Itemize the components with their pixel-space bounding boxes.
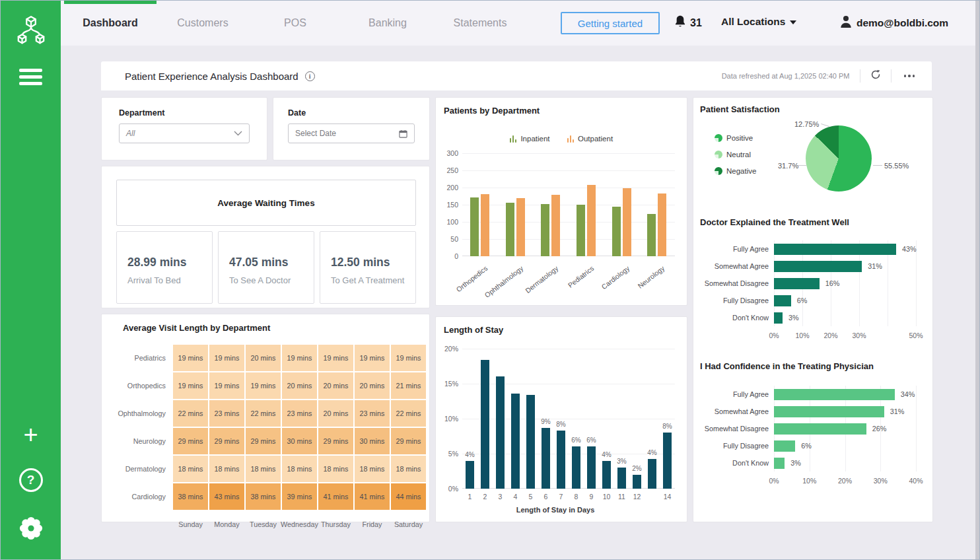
heatmap-cell[interactable]: 18 mins	[173, 456, 208, 482]
heatmap-cell[interactable]: 20 mins	[318, 372, 353, 399]
heatmap-cell[interactable]: 22 mins	[246, 400, 281, 427]
heatmap-cell[interactable]: 44 mins	[391, 483, 426, 510]
column-outpatient[interactable]	[587, 185, 596, 256]
column-outpatient[interactable]	[551, 195, 560, 256]
hbar-don-t-know[interactable]	[774, 458, 785, 469]
hbar-fully-disagree[interactable]	[774, 440, 795, 452]
heatmap-cell[interactable]: 19 mins	[391, 345, 426, 371]
heatmap-cell[interactable]: 20 mins	[282, 372, 317, 399]
column-inpatient[interactable]	[577, 205, 585, 256]
column-inpatient[interactable]	[541, 204, 549, 256]
column-outpatient[interactable]	[516, 198, 525, 256]
satisfaction-pie[interactable]	[806, 125, 872, 192]
column-outpatient[interactable]	[481, 194, 489, 256]
hbar-fully-disagree[interactable]	[774, 295, 791, 306]
hbar-somewhat-disagree[interactable]	[774, 278, 820, 289]
hbar-fully-agree[interactable]	[774, 389, 895, 400]
notifications[interactable]: 31	[674, 15, 702, 32]
heatmap-cell[interactable]: 19 mins	[318, 345, 353, 371]
heatmap-cell[interactable]: 39 mins	[282, 483, 317, 510]
heatmap-cell[interactable]: 20 mins	[355, 372, 390, 399]
heatmap-cell[interactable]: 29 mins	[318, 428, 353, 454]
heatmap-cell[interactable]: 43 mins	[209, 483, 244, 510]
heatmap-cell[interactable]: 22 mins	[391, 400, 426, 427]
hbar-somewhat-agree[interactable]	[774, 406, 884, 417]
heatmap-cell[interactable]: 38 mins	[173, 483, 208, 510]
info-icon[interactable]: i	[305, 71, 315, 81]
column-outpatient[interactable]	[623, 188, 631, 256]
stay-bar[interactable]	[617, 468, 626, 489]
legend-negative[interactable]: Negative	[715, 167, 756, 175]
heatmap-cell[interactable]: 38 mins	[246, 483, 281, 510]
legend-inpatient[interactable]: Inpatient	[510, 135, 550, 143]
heatmap-cell[interactable]: 23 mins	[282, 400, 317, 427]
stay-bar[interactable]	[663, 433, 672, 489]
heatmap-cell[interactable]: 29 mins	[209, 428, 244, 454]
legend-neutral[interactable]: Neutral	[715, 151, 756, 158]
stay-bar[interactable]	[572, 446, 580, 489]
location-selector[interactable]: All Locations	[721, 16, 796, 28]
heatmap-cell[interactable]: 21 mins	[391, 372, 426, 399]
department-dropdown[interactable]: All	[119, 123, 250, 143]
tab-banking[interactable]: Banking	[341, 1, 434, 46]
stay-bar[interactable]	[633, 475, 641, 489]
heatmap-cell[interactable]: 30 mins	[282, 428, 317, 454]
heatmap-cell[interactable]: 19 mins	[173, 372, 208, 399]
date-input[interactable]: Select Date	[288, 123, 415, 143]
getting-started-button[interactable]: Getting started	[561, 12, 660, 34]
heatmap-cell[interactable]: 20 mins	[246, 345, 281, 371]
heatmap-cell[interactable]: 19 mins	[246, 372, 281, 399]
heatmap-cell[interactable]: 23 mins	[209, 400, 244, 427]
stay-bar[interactable]	[466, 461, 474, 489]
settings-gear-icon[interactable]	[18, 516, 44, 543]
heatmap-cell[interactable]: 19 mins	[282, 345, 317, 371]
heatmap-cell[interactable]: 29 mins	[391, 428, 426, 454]
tab-customers[interactable]: Customers	[157, 1, 249, 46]
column-inpatient[interactable]	[647, 214, 656, 256]
heatmap-cell[interactable]: 20 mins	[318, 400, 353, 427]
stay-bar[interactable]	[587, 446, 596, 489]
column-inpatient[interactable]	[612, 207, 621, 256]
heatmap-cell[interactable]: 41 mins	[318, 483, 353, 510]
column-inpatient[interactable]	[470, 197, 479, 256]
heatmap-cell[interactable]: 23 mins	[355, 400, 390, 427]
stay-bar[interactable]	[557, 431, 565, 489]
help-icon[interactable]: ?	[19, 468, 43, 492]
legend-outpatient[interactable]: Outpatient	[567, 135, 613, 143]
heatmap-cell[interactable]: 19 mins	[173, 345, 208, 371]
heatmap-cell[interactable]: 19 mins	[209, 372, 244, 399]
heatmap-cell[interactable]: 41 mins	[355, 483, 390, 510]
hbar-don-t-know[interactable]	[774, 312, 783, 324]
column-outpatient[interactable]	[658, 193, 666, 256]
heatmap-cell[interactable]: 19 mins	[209, 345, 244, 371]
heatmap-cell[interactable]: 30 mins	[355, 428, 390, 454]
stay-bar[interactable]	[602, 461, 611, 489]
hbar-somewhat-disagree[interactable]	[774, 423, 866, 435]
heatmap-cell[interactable]: 18 mins	[209, 456, 244, 482]
stay-bar[interactable]	[542, 428, 550, 489]
tab-dashboard[interactable]: Dashboard	[64, 1, 157, 46]
hbar-fully-agree[interactable]	[774, 244, 896, 255]
legend-positive[interactable]: Positive	[715, 134, 756, 142]
stay-bar[interactable]	[648, 459, 656, 489]
heatmap-cell[interactable]: 29 mins	[173, 428, 208, 454]
stay-bar[interactable]	[481, 360, 489, 489]
stay-bar[interactable]	[496, 376, 505, 489]
heatmap-cell[interactable]: 18 mins	[391, 456, 426, 482]
tab-statements[interactable]: Statements	[434, 1, 526, 46]
heatmap-cell[interactable]: 29 mins	[246, 428, 281, 454]
stay-bar[interactable]	[511, 394, 520, 489]
refresh-icon[interactable]	[870, 69, 881, 83]
heatmap-cell[interactable]: 18 mins	[318, 456, 353, 482]
more-options-icon[interactable]	[901, 72, 918, 80]
user-account[interactable]: demo@boldbi.com	[840, 15, 948, 31]
boldbi-logo-icon[interactable]	[15, 14, 48, 50]
hbar-somewhat-agree[interactable]	[774, 261, 862, 272]
heatmap-cell[interactable]: 19 mins	[355, 345, 390, 371]
column-inpatient[interactable]	[506, 203, 514, 256]
stay-bar[interactable]	[526, 395, 535, 489]
heatmap-cell[interactable]: 22 mins	[173, 400, 208, 427]
heatmap-cell[interactable]: 18 mins	[282, 456, 317, 482]
menu-hamburger-icon[interactable]	[19, 69, 42, 88]
heatmap-cell[interactable]: 18 mins	[355, 456, 390, 482]
